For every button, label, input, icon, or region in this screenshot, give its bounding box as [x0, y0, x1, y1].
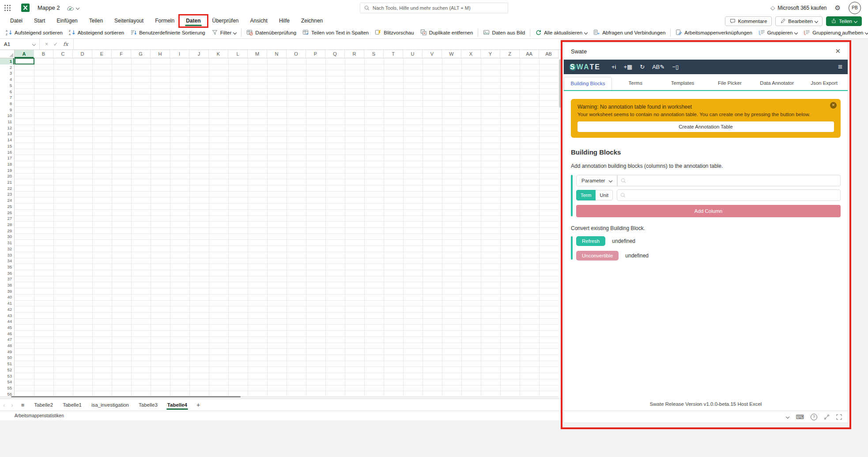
block-name-search-input[interactable]: [617, 175, 841, 186]
column-header-p[interactable]: P: [306, 50, 325, 58]
column-header-ab[interactable]: AB: [539, 50, 559, 58]
row-header-14[interactable]: 14: [0, 137, 14, 143]
column-header-t[interactable]: T: [384, 50, 403, 58]
menu-tab-datei[interactable]: Datei: [4, 16, 28, 26]
ribbon-daten-berpr-fung[interactable]: Datenüberprüfung: [243, 28, 299, 38]
column-header-v[interactable]: V: [423, 50, 442, 58]
ribbon-aufsteigend-sortieren[interactable]: AZAufsteigend sortieren: [3, 28, 66, 38]
connections-icon[interactable]: [824, 414, 830, 420]
close-warning-icon[interactable]: ✕: [830, 102, 837, 109]
row-header-41[interactable]: 41: [0, 300, 14, 306]
row-header-36[interactable]: 36: [0, 270, 14, 276]
ribbon-absteigend-sortieren[interactable]: ZAAbsteigend sortieren: [66, 28, 127, 38]
column-header-l[interactable]: L: [228, 50, 248, 58]
row-header-11[interactable]: 11: [0, 119, 14, 125]
swate-tab-file-picker[interactable]: File Picker: [706, 77, 753, 90]
search-bar[interactable]: Nach Tools, Hilfe und mehr suchen (ALT +…: [360, 3, 508, 13]
ribbon-gruppieren[interactable]: Gruppieren: [755, 28, 801, 38]
row-header-25[interactable]: 25: [0, 204, 14, 210]
select-all-corner[interactable]: [0, 50, 15, 58]
app-launcher-icon[interactable]: [0, 0, 15, 15]
column-header-j[interactable]: J: [189, 50, 209, 58]
row-header-42[interactable]: 42: [0, 306, 14, 313]
sheet-prev-icon[interactable]: ‹: [0, 402, 8, 408]
row-header-55[interactable]: 55: [0, 385, 14, 391]
ribbon-teilen-von-text-in-spalten[interactable]: Teilen von Text in Spalten: [299, 28, 372, 38]
share-button[interactable]: Teilen: [826, 16, 862, 26]
row-header-30[interactable]: 30: [0, 234, 14, 240]
row-header-29[interactable]: 29: [0, 228, 14, 234]
buy-m365-button[interactable]: ◇ Microsoft 365 kaufen: [770, 4, 826, 11]
row-header-46[interactable]: 46: [0, 331, 14, 337]
insert-function-icon[interactable]: fx: [63, 41, 68, 47]
row-header-54[interactable]: 54: [0, 379, 14, 385]
account-avatar[interactable]: PB: [849, 2, 861, 14]
update-ontology-icon[interactable]: AB✎: [652, 64, 664, 70]
column-header-m[interactable]: M: [248, 50, 267, 58]
row-header-49[interactable]: 49: [0, 349, 14, 355]
edit-mode-button[interactable]: Bearbeiten: [775, 16, 823, 26]
add-sheet-button[interactable]: +: [192, 401, 204, 408]
row-header-16[interactable]: 16: [0, 149, 14, 155]
add-building-block-icon[interactable]: +i: [611, 64, 616, 70]
column-header-h[interactable]: H: [151, 50, 170, 58]
sheet-tab-isa-investigation[interactable]: isa_investigation: [87, 399, 134, 411]
row-header-40[interactable]: 40: [0, 294, 14, 300]
swate-tab-json-export[interactable]: Json Export: [800, 77, 848, 90]
ribbon-arbeitsmappenverkn-pfungen[interactable]: Arbeitsmappenverknüpfungen: [672, 28, 755, 38]
row-header-13[interactable]: 13: [0, 131, 14, 137]
close-icon[interactable]: ✕: [835, 47, 841, 55]
row-header-51[interactable]: 51: [0, 361, 14, 367]
row-header-22[interactable]: 22: [0, 185, 14, 192]
menu-tab-zeichnen[interactable]: Zeichnen: [295, 16, 328, 26]
collapse-ribbon-chevron-icon[interactable]: [840, 30, 842, 38]
autoformat-table-icon[interactable]: ↻: [640, 64, 645, 70]
ribbon-duplikate-entfernen[interactable]: Duplikate entfernen: [417, 28, 476, 38]
row-header-31[interactable]: 31: [0, 240, 14, 246]
row-header-44[interactable]: 44: [0, 318, 14, 325]
chevron-down-icon[interactable]: [786, 415, 789, 418]
column-header-x[interactable]: X: [461, 50, 481, 58]
refresh-button[interactable]: Refresh: [576, 236, 605, 246]
remove-building-block-icon[interactable]: −▯: [672, 64, 679, 70]
keyboard-icon[interactable]: ⌨: [796, 414, 804, 420]
row-header-12[interactable]: 12: [0, 125, 14, 131]
horizontal-scrollbar-thumb[interactable]: [11, 396, 241, 397]
row-header-15[interactable]: 15: [0, 143, 14, 149]
swate-tab-terms[interactable]: Terms: [612, 77, 659, 90]
menu-tab-teilen[interactable]: Teilen: [83, 16, 109, 26]
column-header-o[interactable]: O: [287, 50, 306, 58]
column-header-r[interactable]: R: [345, 50, 364, 58]
row-header-10[interactable]: 10: [0, 113, 14, 119]
sheet-tab-tabelle1[interactable]: Tabelle1: [58, 399, 87, 411]
ribbon-blitzvorschau[interactable]: Blitzvorschau: [372, 28, 417, 38]
sheet-tab-tabelle4[interactable]: Tabelle4: [162, 399, 192, 411]
row-header-21[interactable]: 21: [0, 179, 14, 185]
menu-tab-ansicht[interactable]: Ansicht: [245, 16, 273, 26]
row-header-2[interactable]: 2: [0, 64, 14, 71]
workbook-statistics-link[interactable]: Arbeitsmappenstatistiken: [15, 413, 64, 418]
column-header-s[interactable]: S: [364, 50, 384, 58]
row-header-39[interactable]: 39: [0, 288, 14, 295]
column-header-a[interactable]: A: [15, 50, 34, 58]
column-header-w[interactable]: W: [442, 50, 461, 58]
vertical-scrollbar[interactable]: [559, 58, 562, 396]
menu-tab-daten[interactable]: Daten: [180, 16, 206, 26]
workbook-title[interactable]: Mappe 2: [38, 4, 60, 11]
column-header-z[interactable]: Z: [500, 50, 520, 58]
swate-tab-templates[interactable]: Templates: [659, 77, 706, 90]
menu-tab-formeln[interactable]: Formeln: [149, 16, 180, 26]
sheet-list-menu-icon[interactable]: ≡: [16, 402, 30, 408]
column-header-u[interactable]: U: [403, 50, 423, 58]
menu-burger-icon[interactable]: ≡: [838, 63, 842, 72]
row-header-18[interactable]: 18: [0, 161, 14, 167]
column-header-y[interactable]: Y: [481, 50, 500, 58]
row-header-32[interactable]: 32: [0, 246, 14, 252]
row-header-28[interactable]: 28: [0, 222, 14, 228]
row-header-53[interactable]: 53: [0, 373, 14, 379]
row-header-33[interactable]: 33: [0, 252, 14, 258]
comments-button[interactable]: Kommentare: [725, 16, 772, 26]
ribbon-gruppierung-aufheben[interactable]: Gruppierung aufheben: [800, 28, 868, 38]
column-header-d[interactable]: D: [73, 50, 92, 58]
column-header-n[interactable]: N: [267, 50, 287, 58]
